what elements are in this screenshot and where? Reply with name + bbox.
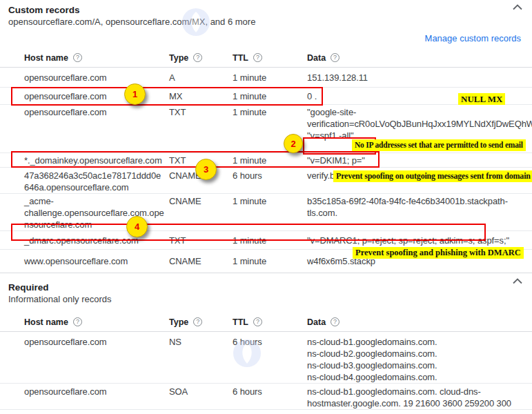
host-cell: opensourceflare.com [24, 106, 169, 152]
ttl-cell: 6 hours [233, 386, 307, 409]
ttl-cell: 1 minute [233, 72, 307, 87]
data-cell: ns-cloud-b1.googledomains.com. ns-cloud-… [307, 336, 531, 383]
ttl-cell: 6 hours [233, 336, 307, 383]
host-cell: *._domainkey.opensourceflare.com [24, 155, 169, 167]
chevron-up-icon[interactable] [513, 4, 522, 10]
ttl-cell: 1 minute [233, 255, 307, 273]
data-cell: b35c185a-69f2-40fa-94fc-fe4c6b34001b.sta… [307, 195, 531, 230]
section-subtitle: opensourceflare.com/A, opensourceflare.c… [8, 17, 532, 28]
host-cell: opensourceflare.com [24, 336, 169, 383]
column-header-type: Type? [169, 317, 233, 331]
section-title: Custom records [8, 4, 532, 17]
data-cell: "v=DKIM1; p=" [307, 155, 531, 167]
help-icon[interactable]: ? [193, 317, 202, 326]
host-cell: opensourceflare.com [24, 72, 169, 87]
help-icon[interactable]: ? [331, 53, 339, 62]
type-cell: TXT [169, 106, 233, 152]
ttl-cell: 1 minute [233, 195, 307, 230]
section-required: Required Informational only records Host… [0, 273, 532, 414]
table-row: opensourceflare.com NS 6 hours ns-cloud-… [0, 332, 532, 384]
help-icon[interactable]: ? [73, 53, 82, 62]
data-cell: w4f6x6m5.stackp [307, 255, 531, 273]
data-cell: ns-cloud-b1.googledomains.com. cloud-dns… [307, 386, 531, 409]
host-cell: 47a368246a3c50ac1e78171ddd0e646a.opensou… [24, 170, 169, 193]
host-cell: opensourceflare.com [24, 386, 169, 409]
custom-records-table: Host name? Type? TTL? Data? opensourcefl… [0, 50, 532, 273]
required-records-table: Host name? Type? TTL? Data? opensourcefl… [0, 314, 532, 414]
type-cell: CNAME [169, 255, 233, 273]
manage-custom-records-link[interactable]: Manage custom records [425, 33, 521, 43]
type-cell: CNAME [169, 170, 233, 193]
section-title: Required [8, 282, 532, 294]
column-header-data: Data? [307, 317, 531, 331]
table-header-row: Host name? Type? TTL? Data? [0, 314, 532, 332]
data-cell: "google-site-verification=cR0oLVoQbJBunH… [307, 106, 532, 152]
table-row: opensourceflare.com MX 1 minute 0 . [0, 88, 532, 105]
section-header: Required Informational only records [0, 273, 532, 305]
chevron-up-icon[interactable] [513, 278, 522, 284]
manage-row: Manage custom records [0, 33, 521, 46]
data-cell: 0 . [307, 90, 531, 104]
table-row: www.opensourceflare.com CNAME 1 minute w… [0, 250, 532, 273]
ttl-cell: 1 minute [233, 235, 307, 249]
ttl-cell: 1 minute [233, 90, 307, 104]
table-row: opensourceflare.com SOA 6 hours ns-cloud… [0, 384, 532, 410]
section-subtitle: Informational only records [8, 294, 532, 305]
table-row: _acme-challenge.opensourceflare.com.open… [0, 194, 532, 231]
column-header-ttl: TTL? [233, 317, 307, 331]
table-row: _domainconnect.opensourceflare.com CNAME… [0, 410, 532, 414]
section-custom-records: Custom records opensourceflare.com/A, op… [0, 0, 532, 273]
ttl-cell: 1 minute [233, 106, 307, 152]
type-cell: NS [169, 336, 233, 383]
type-cell: CNAME [169, 195, 233, 230]
table-row: *._domainkey.opensourceflare.com TXT 1 m… [0, 153, 532, 168]
column-header-data: Data? [307, 53, 531, 67]
host-cell: opensourceflare.com [24, 90, 169, 104]
ttl-cell: 1 minute [233, 155, 307, 167]
section-header: Custom records opensourceflare.com/A, op… [0, 0, 532, 28]
column-header-host-name: Host name? [24, 53, 169, 67]
table-header-row: Host name? Type? TTL? Data? [0, 50, 532, 68]
table-row: opensourceflare.com TXT 1 minute "google… [0, 105, 532, 153]
help-icon[interactable]: ? [193, 53, 202, 62]
help-icon[interactable]: ? [73, 317, 82, 326]
column-header-host-name: Host name? [24, 317, 169, 331]
data-cell: verify.b [307, 170, 531, 193]
ttl-cell: 6 hours [233, 170, 307, 193]
data-cell: 151.139.128.11 [307, 72, 531, 87]
help-icon[interactable]: ? [253, 53, 262, 62]
column-header-type: Type? [169, 53, 233, 67]
type-cell: MX [169, 90, 233, 104]
host-cell: www.opensourceflare.com [24, 255, 169, 273]
type-cell: TXT [169, 155, 233, 167]
table-row: 47a368246a3c50ac1e78171ddd0e646a.opensou… [0, 168, 532, 194]
table-row: _dmarc.opensourceflare.com TXT 1 minute … [0, 231, 532, 250]
column-header-ttl: TTL? [233, 53, 307, 67]
host-cell: _dmarc.opensourceflare.com [24, 235, 169, 249]
type-cell: A [169, 72, 233, 87]
help-icon[interactable]: ? [331, 317, 339, 326]
table-row: opensourceflare.com A 1 minute 151.139.1… [0, 68, 532, 88]
help-icon[interactable]: ? [253, 317, 262, 326]
type-cell: TXT [169, 235, 233, 249]
type-cell: SOA [169, 386, 233, 409]
host-cell: _acme-challenge.opensourceflare.com.open… [24, 195, 169, 230]
data-cell: "v=DMARC1; p=reject; sp=reject; adkim=s;… [307, 235, 531, 249]
dns-records-page: Custom records opensourceflare.com/A, op… [0, 0, 532, 414]
